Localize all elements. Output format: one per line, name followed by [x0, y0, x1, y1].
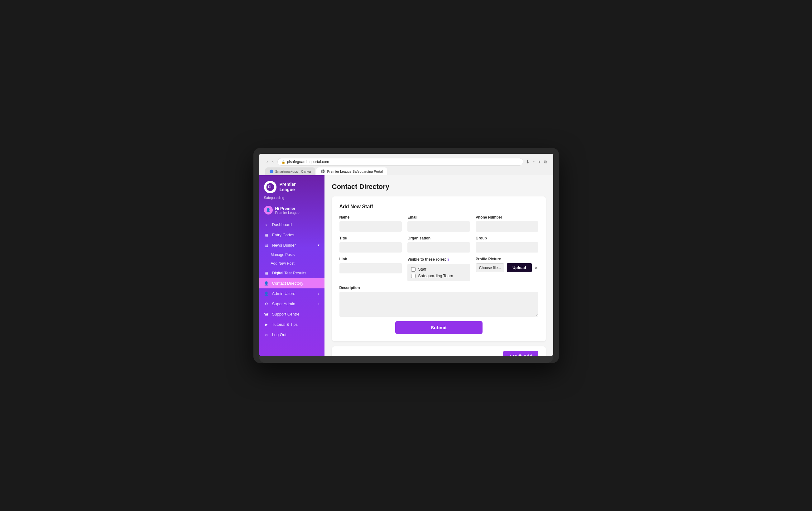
input-title[interactable] — [340, 242, 402, 253]
back-button[interactable]: ‹ — [265, 159, 269, 165]
logout-icon: ⎋ — [264, 333, 269, 337]
label-title: Title — [340, 236, 402, 240]
chevron-down-icon: ▾ — [318, 243, 319, 247]
checkbox-safeguarding-team[interactable] — [411, 274, 415, 278]
form-row-3: Link Visible to these roles: ℹ — [340, 257, 538, 281]
input-description[interactable] — [340, 292, 538, 317]
logo-text: PremierLeague — [280, 182, 296, 192]
roles-label-row: Visible to these roles: ℹ — [407, 257, 470, 262]
clear-file-button[interactable]: ✕ — [534, 265, 538, 270]
field-group: Group — [476, 236, 538, 253]
label-link: Link — [340, 257, 402, 261]
sidebar-item-news-builder[interactable]: ▤ News Builder ▾ — [259, 240, 324, 250]
sidebar-item-label-digital-test: Digital Test Results — [272, 271, 307, 275]
field-name: Name — [340, 215, 402, 232]
sidebar-item-label-super-admin: Super Admin — [272, 302, 295, 306]
new-tab-icon[interactable]: + — [538, 159, 541, 164]
sidebar-item-support[interactable]: ☎ Support Centre — [259, 309, 324, 319]
page-title: Contact Directory — [332, 183, 546, 191]
url-text: plsafeguardingportal.com — [287, 160, 329, 164]
tab-smartmockups[interactable]: Smartmockups - Canva — [265, 167, 315, 175]
sidebar-item-label-logout: Log Out — [272, 332, 287, 337]
roles-box: Staff Safeguarding Team — [407, 264, 470, 281]
sidebar-item-admin-users[interactable]: 👤 Admin Users › — [259, 288, 324, 299]
sidebar-item-label-support: Support Centre — [272, 312, 299, 316]
field-description: Description — [340, 286, 538, 317]
input-organisation[interactable] — [407, 242, 470, 253]
tutorial-icon: ▶ — [264, 322, 269, 327]
tabs-icon[interactable]: ⧉ — [544, 159, 547, 165]
sidebar-item-label-entry-codes: Entry Codes — [272, 233, 295, 237]
role-label-staff: Staff — [418, 267, 427, 272]
label-name: Name — [340, 215, 402, 220]
address-bar[interactable]: 🔒 plsafeguardingportal.com — [278, 158, 523, 166]
lock-icon: 🔒 — [282, 160, 285, 164]
choose-file-button[interactable]: Choose file... — [476, 263, 504, 272]
laptop-screen: ‹ › 🔒 plsafeguardingportal.com ⬇ ↑ + ⧉ S — [259, 154, 553, 356]
field-link: Link — [340, 257, 402, 281]
sidebar-item-label-news-builder: News Builder — [272, 243, 296, 248]
laptop-shell: ‹ › 🔒 plsafeguardingportal.com ⬇ ↑ + ⧉ S — [254, 148, 559, 363]
sidebar-item-logout[interactable]: ⎋ Log Out — [259, 330, 324, 340]
share-icon[interactable]: ↑ — [533, 159, 535, 164]
sidebar-item-entry-codes[interactable]: ▦ Entry Codes — [259, 230, 324, 240]
sidebar-item-super-admin[interactable]: ⚙ Super Admin › — [259, 299, 324, 309]
nav-controls: ‹ › — [265, 159, 275, 165]
sidebar-item-label-manage-posts: Manage Posts — [271, 253, 295, 257]
sidebar-item-label-dashboard: Dashboard — [272, 222, 292, 227]
sidebar-nav: ○ Dashboard ▦ Entry Codes ▤ News Builder… — [259, 217, 324, 356]
user-info: Hi Premier Premier League — [275, 206, 299, 215]
sidebar-item-contact-directory[interactable]: 👤 Contact Directory — [259, 278, 324, 288]
role-label-safeguarding: Safeguarding Team — [418, 274, 453, 278]
user-greeting: Hi Premier — [275, 206, 299, 211]
upload-button[interactable]: Upload — [507, 263, 532, 272]
laptop-base — [259, 356, 553, 363]
field-organisation: Organisation — [407, 236, 470, 253]
submit-button[interactable]: Submit — [395, 321, 483, 334]
bulk-add-button[interactable]: + Bulk Add — [503, 351, 538, 356]
input-group[interactable] — [476, 242, 538, 253]
sidebar-item-add-new-post[interactable]: Add New Post — [259, 259, 324, 268]
sidebar-item-label-add-new-post: Add New Post — [271, 261, 295, 266]
sidebar-item-label-tutorial: Tutorial & Tips — [272, 322, 298, 327]
sidebar-item-label-contact-directory: Contact Directory — [272, 281, 303, 286]
chevron-right-icon-admin: › — [318, 292, 319, 295]
tab-pl-safeguarding[interactable]: ⚽ Premier League Safeguarding Portal — [316, 167, 387, 175]
info-icon[interactable]: ℹ — [447, 257, 449, 262]
form-row-1: Name Email Phone Number — [340, 215, 538, 232]
user-name-text: Premier League — [275, 211, 299, 215]
label-email: Email — [407, 215, 470, 220]
sidebar-logo: PL PremierLeague — [259, 175, 324, 196]
tab-favicon-pl: ⚽ — [321, 169, 325, 173]
tab-label-2: Premier League Safeguarding Portal — [327, 170, 383, 173]
input-email[interactable] — [407, 221, 470, 232]
super-admin-icon: ⚙ — [264, 302, 269, 306]
tab-favicon-canva — [270, 170, 273, 173]
input-name[interactable] — [340, 221, 402, 232]
file-upload-row: Choose file... Upload ✕ — [476, 263, 538, 272]
role-item-staff: Staff — [411, 267, 466, 272]
download-icon[interactable]: ⬇ — [526, 159, 530, 164]
label-profile-picture: Profile Picture — [476, 257, 538, 261]
add-staff-card: Add New Staff Name Email Phone Number — [332, 196, 546, 341]
forward-button[interactable]: › — [271, 159, 275, 165]
input-phone[interactable] — [476, 221, 538, 232]
label-description: Description — [340, 286, 538, 290]
checkbox-staff[interactable] — [411, 267, 415, 272]
sidebar-item-digital-test[interactable]: ▦ Digital Test Results — [259, 268, 324, 278]
role-item-safeguarding: Safeguarding Team — [411, 274, 466, 278]
browser-chrome: ‹ › 🔒 plsafeguardingportal.com ⬇ ↑ + ⧉ S — [259, 154, 553, 175]
digital-test-icon: ▦ — [264, 271, 269, 275]
dashboard-icon: ○ — [264, 223, 269, 227]
sidebar-item-manage-posts[interactable]: Manage Posts — [259, 250, 324, 259]
field-roles: Visible to these roles: ℹ Staff — [407, 257, 470, 281]
tab-label-1: Smartmockups - Canva — [275, 170, 311, 173]
form-row-2: Title Organisation Group — [340, 236, 538, 253]
main-content: Contact Directory Add New Staff Name Ema… — [324, 175, 553, 356]
input-link[interactable] — [340, 263, 402, 274]
submit-row: Submit — [340, 321, 538, 334]
svg-text:PL: PL — [268, 185, 272, 189]
sidebar-item-dashboard[interactable]: ○ Dashboard — [259, 220, 324, 230]
sidebar-item-tutorial[interactable]: ▶ Tutorial & Tips — [259, 319, 324, 330]
label-group: Group — [476, 236, 538, 240]
